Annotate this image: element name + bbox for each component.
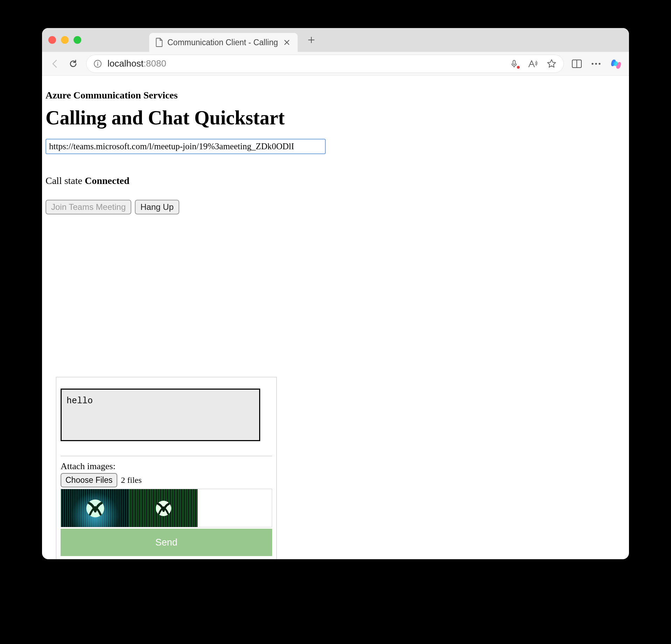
svg-point-7 [599,63,600,64]
toolbar-right [572,58,621,69]
copilot-icon[interactable] [610,58,621,69]
split-screen-icon[interactable] [572,59,582,68]
xbox-icon [85,498,105,519]
svg-point-6 [595,63,597,64]
call-state: Call state Connected [46,175,625,186]
favorite-icon[interactable] [547,59,556,69]
browser-window: Communication Client - Calling localhost… [42,28,629,559]
choose-files-button[interactable]: Choose Files [61,473,117,487]
microphone-blocked-icon[interactable] [510,59,519,68]
minimize-window-button[interactable] [61,36,69,44]
join-meeting-button[interactable]: Join Teams Meeting [46,200,131,214]
svg-point-1 [97,62,98,63]
divider [61,456,272,456]
chat-panel: Attach images: Choose Files 2 files [56,377,277,559]
refresh-button[interactable] [68,59,78,69]
window-controls [48,36,81,44]
svg-rect-2 [513,60,516,64]
call-buttons: Join Teams Meeting Hang Up [46,200,625,214]
xbox-icon [155,500,172,517]
send-button[interactable]: Send [61,529,272,556]
tab-title: Communication Client - Calling [167,38,278,47]
hang-up-button[interactable]: Hang Up [135,200,179,214]
maximize-window-button[interactable] [74,36,81,44]
browser-toolbar: localhost:8080 [42,52,629,76]
call-state-value: Connected [85,175,130,186]
read-aloud-icon[interactable] [528,59,538,68]
page-title: Calling and Chat Quickstart [46,107,625,129]
url-host: localhost [108,58,144,69]
url-port: :8080 [144,58,166,69]
back-button[interactable] [50,59,60,69]
site-info-icon[interactable] [94,60,102,68]
address-bar[interactable]: localhost:8080 [86,55,564,73]
attach-images-label: Attach images: [61,461,272,472]
attachment-thumbnail-1[interactable] [61,489,129,527]
browser-tab[interactable]: Communication Client - Calling [149,33,298,52]
meeting-url-input[interactable] [46,139,326,154]
address-bar-actions [510,59,556,69]
file-count-text: 2 files [121,475,141,485]
message-input[interactable] [61,389,260,441]
page-content: Azure Communication Services Calling and… [42,76,629,559]
url-text: localhost:8080 [108,58,166,69]
close-tab-button[interactable] [282,39,291,46]
page-subtitle: Azure Communication Services [46,90,625,101]
file-input-row: Choose Files 2 files [61,473,272,487]
call-state-label: Call state [46,175,85,186]
attachment-thumbnail-2[interactable] [129,489,198,527]
new-tab-button[interactable] [303,36,320,44]
tab-strip: Communication Client - Calling [42,28,629,52]
attachment-thumbnails [61,489,272,527]
svg-point-5 [592,63,593,64]
close-window-button[interactable] [48,36,56,44]
more-options-icon[interactable] [591,62,601,65]
document-icon [155,38,163,47]
